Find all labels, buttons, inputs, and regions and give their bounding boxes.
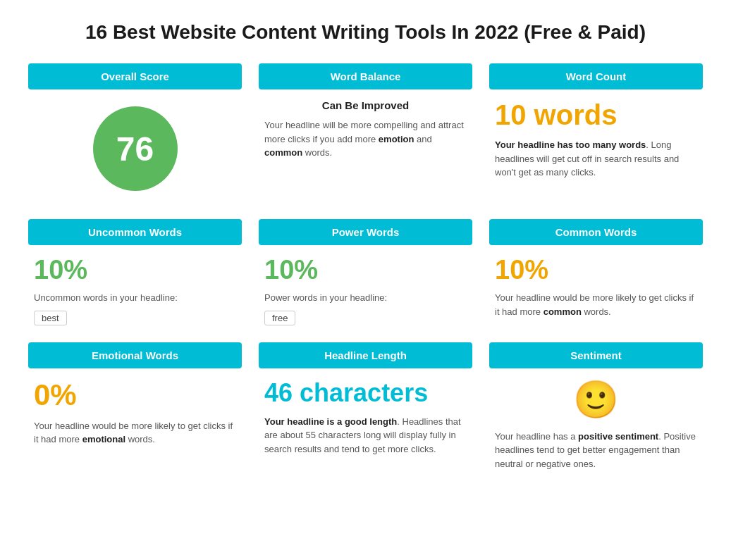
word-balance-desc-part1: Your headline will be more compelling an… — [264, 120, 464, 144]
power-words-body: 10% Power words in your headline: free — [259, 255, 472, 325]
common-words-body: 10% Your headline would be more likely t… — [489, 255, 703, 325]
emotional-words-card: Emotional Words 0% Your headline would b… — [28, 342, 242, 471]
headline-length-body: 46 characters Your headline is a good le… — [259, 378, 472, 471]
power-words-header: Power Words — [259, 219, 472, 245]
word-count-header: Word Count — [489, 63, 703, 89]
emotional-words-bold: emotional — [82, 434, 125, 444]
word-balance-desc-part2: and — [414, 134, 431, 144]
common-words-desc-part2: words. — [582, 306, 611, 317]
word-count-body: 10 words Your headline has too many word… — [489, 99, 703, 202]
power-words-percent: 10% — [264, 255, 467, 285]
word-count-value: 10 words — [495, 99, 697, 131]
overall-score-body: 76 — [28, 99, 242, 202]
overall-score-card: Overall Score 76 — [28, 63, 242, 202]
headline-length-card: Headline Length 46 characters Your headl… — [259, 342, 472, 471]
headline-length-bold: Your headline is a good length — [264, 416, 397, 427]
uncommon-words-card: Uncommon Words 10% Uncommon words in you… — [28, 219, 242, 325]
common-words-card: Common Words 10% Your headline would be … — [489, 219, 703, 325]
headline-length-header: Headline Length — [259, 342, 472, 368]
sentiment-desc-part1: Your headline has a — [495, 431, 578, 442]
main-grid: Overall Score 76 Word Balance Can Be Imp… — [28, 63, 703, 471]
word-count-desc: Your headline has too many words. Long h… — [495, 138, 697, 180]
word-balance-subtitle: Can Be Improved — [264, 99, 467, 111]
headline-length-value: 46 characters — [264, 378, 467, 408]
score-circle: 76 — [93, 106, 178, 191]
headline-length-desc: Your headline is a good length. Headline… — [264, 415, 467, 456]
emotional-words-body: 0% Your headline would be more likely to… — [28, 378, 242, 471]
common-words-bold: common — [543, 306, 582, 317]
sentiment-desc: Your headline has a positive sentiment. … — [495, 430, 697, 471]
word-balance-card: Word Balance Can Be Improved Your headli… — [259, 63, 472, 202]
uncommon-words-header: Uncommon Words — [28, 219, 242, 245]
word-count-card: Word Count 10 words Your headline has to… — [489, 63, 703, 202]
word-balance-header: Word Balance — [259, 63, 472, 89]
uncommon-words-tag: best — [34, 311, 67, 325]
common-words-desc: Your headline would be more likely to ge… — [495, 291, 697, 318]
sentiment-emoji: 🙂 — [495, 378, 697, 421]
word-count-desc-bold: Your headline has too many words — [495, 139, 646, 150]
word-balance-desc: Your headline will be more compelling an… — [264, 118, 467, 160]
emotional-words-percent: 0% — [34, 378, 236, 412]
uncommon-words-percent: 10% — [34, 255, 236, 285]
uncommon-words-label: Uncommon words in your headline: — [34, 291, 236, 305]
word-balance-bold2: common — [264, 147, 302, 158]
sentiment-header: Sentiment — [489, 342, 703, 368]
emotional-words-desc: Your headline would be more likely to ge… — [34, 419, 236, 447]
power-words-tag: free — [264, 311, 295, 325]
word-balance-body: Can Be Improved Your headline will be mo… — [259, 99, 472, 202]
sentiment-bold: positive sentiment — [578, 431, 658, 442]
uncommon-words-body: 10% Uncommon words in your headline: bes… — [28, 255, 242, 325]
overall-score-header: Overall Score — [28, 63, 242, 89]
emotional-words-header: Emotional Words — [28, 342, 242, 368]
common-words-percent: 10% — [495, 255, 697, 285]
word-balance-desc-part3: words. — [302, 147, 332, 158]
power-words-label: Power words in your headline: — [264, 291, 467, 305]
score-value: 76 — [116, 130, 154, 168]
power-words-card: Power Words 10% Power words in your head… — [259, 219, 472, 325]
common-words-header: Common Words — [489, 219, 703, 245]
page-title: 16 Best Website Content Writing Tools In… — [28, 21, 703, 44]
word-balance-bold1: emotion — [379, 134, 414, 144]
sentiment-body: 🙂 Your headline has a positive sentiment… — [489, 378, 703, 471]
emotional-words-desc-part2: words. — [125, 434, 155, 444]
sentiment-card: Sentiment 🙂 Your headline has a positive… — [489, 342, 703, 471]
